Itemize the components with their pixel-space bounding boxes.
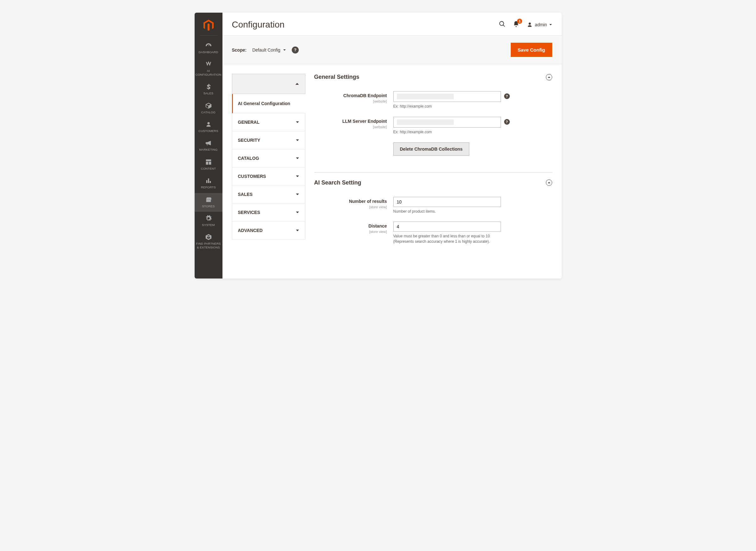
- field-scope: [website]: [373, 99, 387, 103]
- page-title: Configuration: [232, 20, 285, 30]
- layout-icon: [205, 158, 212, 165]
- config-content: General Settings ChromaDB Endpoint [webs…: [314, 74, 552, 268]
- field-note: Value must be greater than 0 and less th…: [394, 233, 501, 244]
- config-nav-item-advanced[interactable]: ADVANCED: [232, 221, 305, 239]
- section-header-search[interactable]: AI Search Setting: [314, 179, 552, 186]
- field-delete-collections: Delete ChromaDB Collections: [314, 142, 552, 156]
- sidebar-item-dashboard[interactable]: DASHBOARD: [195, 39, 222, 58]
- sidebar-item-reports[interactable]: REPORTS: [195, 174, 222, 193]
- divider: [200, 35, 217, 36]
- field-note: Ex: http://example.com: [394, 129, 501, 135]
- field-label: LLM Server Endpoint [website]: [314, 117, 394, 129]
- notifications-icon[interactable]: 1: [513, 21, 520, 29]
- help-icon[interactable]: ?: [292, 46, 299, 53]
- redacted-value: [397, 119, 454, 125]
- sidebar-item-catalog[interactable]: CATALOG: [195, 99, 222, 118]
- config-nav-item-customers[interactable]: CUSTOMERS: [232, 167, 305, 185]
- sidebar-item-marketing[interactable]: MARKETING: [195, 136, 222, 155]
- search-icon[interactable]: [499, 21, 506, 29]
- field-scope: [website]: [373, 125, 387, 129]
- chevron-down-icon: [549, 23, 552, 26]
- field-label: Distance [store view]: [314, 221, 394, 234]
- config-nav-collapse[interactable]: [232, 74, 305, 94]
- sidebar-item-label: CONTENT: [201, 167, 216, 170]
- bar-chart-icon: [205, 177, 212, 184]
- section-title: AI Search Setting: [314, 179, 361, 186]
- chevron-down-icon: [295, 228, 299, 232]
- user-menu[interactable]: admin: [527, 22, 552, 28]
- sidebar-item-sales[interactable]: SALES: [195, 80, 222, 99]
- megaphone-icon: [205, 139, 212, 146]
- gauge-icon: [205, 42, 212, 49]
- ai-icon: [205, 61, 212, 68]
- sidebar-item-label: AI CONFIGURATION: [195, 69, 221, 76]
- config-nav: AI General Configuration GENERAL SECURIT…: [232, 74, 305, 239]
- scope-select[interactable]: Default Config: [252, 47, 286, 53]
- main-content: Configuration 1 admin Scope:: [222, 13, 562, 279]
- config-nav-active-item[interactable]: AI General Configuration: [232, 94, 305, 113]
- scope-value: Default Config: [252, 47, 280, 53]
- sidebar-item-partners[interactable]: FIND PARTNERS & EXTENSIONS: [195, 230, 222, 253]
- scope-label: Scope:: [232, 47, 247, 53]
- field-distance: Distance [store view] Value must be grea…: [314, 221, 552, 244]
- sidebar-item-label: STORES: [202, 204, 214, 208]
- chromadb-endpoint-input[interactable]: [394, 91, 501, 102]
- number-of-results-input[interactable]: [394, 197, 501, 207]
- field-llm-endpoint: LLM Server Endpoint [website] Ex: http:/…: [314, 117, 552, 135]
- sidebar-item-label: CUSTOMERS: [198, 129, 218, 133]
- store-icon: [205, 196, 212, 203]
- help-icon[interactable]: ?: [504, 119, 510, 125]
- field-note: Number of product items.: [394, 209, 501, 214]
- config-nav-label: ADVANCED: [238, 228, 263, 233]
- save-config-button[interactable]: Save Config: [511, 43, 552, 57]
- config-nav-item-security[interactable]: SECURITY: [232, 131, 305, 149]
- page-header: Configuration 1 admin: [222, 13, 562, 35]
- scope-bar: Scope: Default Config ? Save Config: [222, 35, 562, 64]
- sidebar-item-content[interactable]: CONTENT: [195, 155, 222, 174]
- config-nav-label: CUSTOMERS: [238, 174, 266, 179]
- field-chromadb-endpoint: ChromaDB Endpoint [website] Ex: http://e…: [314, 91, 552, 109]
- sidebar-item-system[interactable]: SYSTEM: [195, 212, 222, 230]
- field-label-text: ChromaDB Endpoint: [314, 93, 387, 98]
- sidebar-item-ai-configuration[interactable]: AI CONFIGURATION: [195, 58, 222, 80]
- section-header-general[interactable]: General Settings: [314, 74, 552, 80]
- section-general-settings: General Settings ChromaDB Endpoint [webs…: [314, 74, 552, 172]
- sidebar-item-customers[interactable]: CUSTOMERS: [195, 118, 222, 136]
- notifications-badge: 1: [517, 19, 522, 24]
- sidebar-item-label: CATALOG: [201, 110, 215, 114]
- field-label-text: Number of results: [314, 199, 387, 204]
- field-control: Value must be greater than 0 and less th…: [394, 221, 501, 244]
- field-note: Ex: http://example.com: [394, 104, 501, 109]
- user-icon: [527, 22, 533, 28]
- config-nav-item-services[interactable]: SERVICES: [232, 203, 305, 221]
- chevron-down-icon: [295, 138, 299, 142]
- config-nav-label: CATALOG: [238, 156, 259, 161]
- field-label-text: LLM Server Endpoint: [314, 119, 387, 124]
- config-body: AI General Configuration GENERAL SECURIT…: [222, 64, 562, 277]
- config-nav-item-catalog[interactable]: CATALOG: [232, 149, 305, 167]
- config-nav-item-general[interactable]: GENERAL: [232, 113, 305, 131]
- gear-icon: [205, 215, 212, 222]
- collapse-icon: [546, 74, 552, 80]
- sidebar-item-label: MARKETING: [199, 148, 217, 151]
- scope-controls: Scope: Default Config ?: [232, 46, 299, 53]
- distance-input[interactable]: [394, 221, 501, 232]
- config-nav-label: GENERAL: [238, 120, 259, 125]
- user-label: admin: [535, 22, 547, 27]
- llm-endpoint-input[interactable]: [394, 117, 501, 127]
- sidebar-item-label: DASHBOARD: [199, 50, 218, 54]
- delete-chromadb-button[interactable]: Delete ChromaDB Collections: [394, 142, 469, 156]
- field-scope: [store view]: [369, 230, 387, 233]
- sidebar-item-stores[interactable]: STORES: [195, 193, 222, 212]
- config-nav-label: SECURITY: [238, 138, 260, 143]
- help-icon[interactable]: ?: [504, 93, 510, 99]
- field-label-text: Distance: [314, 223, 387, 228]
- field-control: Number of product items.: [394, 197, 501, 214]
- chevron-down-icon: [295, 174, 299, 178]
- section-ai-search: AI Search Setting Number of results [sto…: [314, 179, 552, 261]
- chevron-up-icon: [295, 82, 299, 86]
- config-nav-item-sales[interactable]: SALES: [232, 185, 305, 203]
- sidebar-item-label: FIND PARTNERS & EXTENSIONS: [196, 242, 220, 249]
- chevron-down-icon: [295, 120, 299, 124]
- field-label: ChromaDB Endpoint [website]: [314, 91, 394, 104]
